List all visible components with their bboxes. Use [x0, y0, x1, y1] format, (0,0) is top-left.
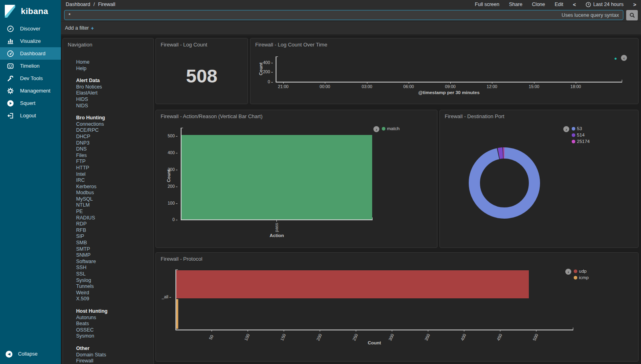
query-input[interactable]: * Uses lucene query syntax [64, 10, 623, 20]
sidebar-item-label: Dashboard [20, 50, 46, 56]
nav-link[interactable]: SIP [76, 233, 151, 240]
nav-link[interactable]: SSL [76, 271, 151, 278]
y-axis-cap [181, 128, 183, 128]
nav-link[interactable]: FTP [76, 159, 151, 165]
y-tick: 0 [163, 217, 177, 222]
nav-link[interactable]: DNS [76, 146, 151, 153]
breadcrumb-dashboard[interactable]: Dashboard [66, 2, 90, 7]
nav-link[interactable]: Domain Stats [76, 352, 151, 358]
panel-protocol: Firewall - Protocol _all 501001502002503… [155, 252, 639, 362]
nav-link[interactable]: Bro Notices [76, 84, 151, 90]
nav-link[interactable]: NIDS [76, 103, 151, 109]
sidebar-item-management[interactable]: Management [0, 84, 61, 97]
legend-label: 25174 [577, 139, 590, 144]
share-button[interactable]: Share [509, 2, 522, 7]
nav-link[interactable]: SSH [76, 265, 151, 271]
legend-label: icmp [579, 275, 589, 280]
nav-link[interactable]: SMTP [76, 246, 151, 253]
legend-item-53[interactable]: 53 [572, 126, 590, 131]
legend-item-udp[interactable]: udp [574, 269, 589, 274]
sidebar-collapse-button[interactable]: ◀ Collapse [0, 348, 61, 360]
y-axis-cap [175, 269, 178, 270]
legend-item-514[interactable]: 514 [572, 133, 590, 137]
nav-link[interactable]: Home [76, 59, 151, 66]
x-axis-title: Action [181, 233, 373, 238]
nav-link[interactable]: RFB [76, 227, 151, 234]
bar-udp[interactable] [176, 270, 529, 298]
nav-link[interactable]: NTLM [76, 202, 151, 209]
nav-link[interactable]: DCE/RPC [76, 127, 151, 134]
nav-link[interactable]: ElastAlert [76, 90, 151, 97]
nav-link[interactable]: OSSEC [76, 327, 151, 334]
bar-pass-match[interactable] [181, 135, 372, 219]
sidebar-item-visualize[interactable]: Visualize [0, 35, 61, 47]
sidebar-item-squert[interactable]: Squert [0, 97, 61, 109]
breadcrumb-separator: / [93, 2, 95, 7]
log-count-metric: 508 [156, 65, 248, 87]
panel-destination-port: Firewall - Destination Port › 53 514 251… [439, 110, 639, 248]
nav-link[interactable]: SMB [76, 240, 151, 246]
time-forward-button[interactable]: > [633, 2, 636, 8]
legend-item-icmp[interactable]: icmp [574, 275, 589, 280]
legend-item-match[interactable]: match [382, 126, 399, 131]
slice-53[interactable] [474, 153, 534, 213]
edit-button[interactable]: Edit [555, 2, 564, 7]
nav-link[interactable]: Tunnels [76, 284, 151, 290]
y-axis-cap [276, 56, 278, 57]
sidebar-item-discover[interactable]: Discover [0, 22, 61, 35]
nav-link[interactable]: Weird [76, 290, 151, 296]
nav-link[interactable]: Software [76, 259, 151, 265]
legend-toggle-icon[interactable]: › [373, 126, 379, 132]
legend-toggle-icon[interactable]: › [565, 269, 571, 275]
nav-link[interactable]: PE [76, 209, 151, 215]
nav-link[interactable]: Connections [76, 121, 151, 128]
search-button[interactable] [626, 10, 638, 20]
add-filter-button[interactable]: Add a filter + [65, 25, 94, 31]
nav-link[interactable]: HTTP [76, 165, 151, 171]
x-axis-title: @timestamp per 30 minutes [276, 90, 622, 95]
nav-group-header: Bro Hunting [76, 115, 151, 121]
nav-link[interactable]: Intel [76, 171, 151, 178]
legend-dot [382, 127, 385, 131]
legend-toggle-icon[interactable]: ‹ [621, 55, 627, 61]
nav-link[interactable]: RDP [76, 221, 151, 227]
sidebar-item-dashboard[interactable]: Dashboard [0, 47, 61, 60]
sidebar-item-label: Squert [20, 100, 35, 106]
nav-group-header: Alert Data [76, 78, 151, 84]
gear-icon [7, 87, 14, 95]
time-back-button[interactable]: < [573, 2, 576, 8]
timepicker-button[interactable]: Last 24 hours [586, 2, 624, 7]
nav-link[interactable]: IRC [76, 177, 151, 184]
nav-link[interactable]: DNP3 [76, 140, 151, 147]
legend-toggle-icon[interactable]: › [563, 126, 569, 132]
sidebar-item-logout[interactable]: Logout [0, 109, 61, 122]
nav-link[interactable]: MySQL [76, 196, 151, 203]
nav-link[interactable]: Help [76, 66, 151, 72]
nav-link[interactable]: Modbus [76, 190, 151, 196]
fullscreen-button[interactable]: Full screen [475, 2, 499, 7]
legend-item-25174[interactable]: 25174 [572, 139, 590, 144]
nav-link[interactable]: HIDS [76, 97, 151, 103]
nav-link[interactable]: Files [76, 153, 151, 159]
nav-link[interactable]: SNMP [76, 252, 151, 259]
x-axis [276, 82, 622, 82]
category-label: _all [158, 294, 171, 299]
nav-link[interactable]: Sysmon [76, 333, 151, 340]
nav-link[interactable]: Beats [76, 321, 151, 327]
nav-link[interactable]: RADIUS [76, 215, 151, 221]
data-point[interactable] [615, 58, 617, 60]
nav-link[interactable]: Kerberos [76, 184, 151, 190]
nav-link[interactable]: X.509 [76, 296, 151, 302]
sidebar-item-devtools[interactable]: Dev Tools [0, 72, 61, 84]
legend-dot [572, 127, 575, 131]
nav-link[interactable]: DHCP [76, 134, 151, 140]
sidebar-item-timelion[interactable]: Timelion [0, 60, 61, 72]
nav-link[interactable]: Autoruns [76, 315, 151, 321]
query-value: * [69, 12, 71, 18]
legend-label: 514 [577, 133, 585, 137]
nav-link[interactable]: Syslog [76, 278, 151, 284]
nav-link[interactable]: Firewall [76, 358, 151, 364]
legend-dot [574, 269, 577, 273]
nav-group-header: Host Hunting [76, 308, 151, 315]
clone-button[interactable]: Clone [532, 2, 545, 7]
